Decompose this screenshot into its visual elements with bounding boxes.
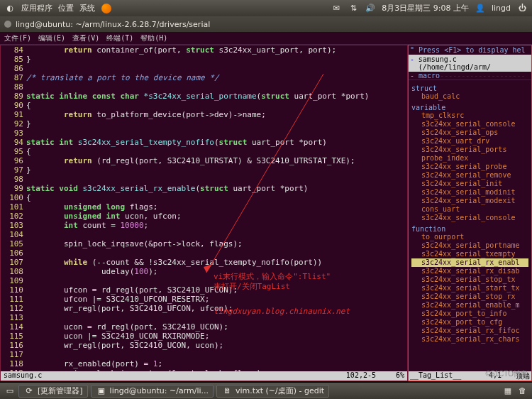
code-line[interactable]: 86 <box>1 64 407 73</box>
taglist-item[interactable]: s3c24xx_uart_drv <box>411 137 528 146</box>
vim-statusline-main: samsung.c 102,2-5 6% <box>1 371 407 381</box>
code-line[interactable]: 118 rx_enabled(port) = 1; <box>1 359 407 368</box>
code-line[interactable]: 104 <box>1 230 407 239</box>
menu-places[interactable]: 位置 <box>58 3 74 13</box>
code-line[interactable]: 100{ <box>1 193 407 202</box>
taglist-item[interactable]: cons_uart <box>411 205 528 214</box>
firefox-icon[interactable] <box>101 3 112 14</box>
taglist-item[interactable]: s3c24xx_serial_remove <box>411 171 528 180</box>
code-line[interactable]: 112 wr_regl(port, S3C2410_UFCON, ufcon); <box>1 304 407 313</box>
main-code-pane[interactable]: vi末行模式，输入命令":Tlist" 来打开/关闭TagList lingdx… <box>0 45 408 381</box>
code-line[interactable]: 114 ucon = rd_regl(port, S3C2410_UCON); <box>1 322 407 332</box>
taglist-item[interactable]: s3c24xx_port_to_cfg <box>411 318 528 327</box>
code-line[interactable]: 90{ <box>1 101 407 110</box>
taglist-item[interactable]: s3c24xx_serial_rx_enabl <box>411 258 528 267</box>
window-title: lingd@ubuntu: ~/arm/linux-2.6.28.7/drive… <box>16 20 210 29</box>
taglist-item[interactable]: tmp_clksrc <box>411 111 528 120</box>
taglist-section[interactable]: struct <box>411 84 528 92</box>
code-line[interactable]: 94static int s3c24xx_serial_txempty_nofi… <box>1 138 407 147</box>
shutdown-icon[interactable]: ⏻ <box>516 3 528 14</box>
code-line[interactable]: 116 wr_regl(port, S3C2410_UCON, ucon); <box>1 341 407 350</box>
menu-view[interactable]: 查看(V) <box>72 33 99 43</box>
code-line[interactable]: 113 <box>1 313 407 322</box>
menu-system[interactable]: 系统 <box>79 3 95 13</box>
code-line[interactable]: 105 spin_lock_irqsave(&port->lock, flags… <box>1 239 407 248</box>
mail-icon[interactable]: ✉ <box>331 3 342 14</box>
taglist-item[interactable]: s3c24xx_serial_modinit <box>411 188 528 197</box>
code-line[interactable]: 84 return container_of(port, struct s3c2… <box>1 45 407 55</box>
taglist-item[interactable]: s3c24xx_serial_enable_m <box>411 301 528 310</box>
taglist-item[interactable]: s3c24xx_serial_rx_chars <box>411 335 528 344</box>
menu-applications[interactable]: 应用程序 <box>21 3 52 13</box>
code-line[interactable]: 99static void s3c24xx_serial_rx_enable(s… <box>1 184 407 193</box>
taglist-item[interactable]: s3c24xx_serial_init <box>411 180 528 188</box>
menu-edit[interactable]: 编辑(E) <box>38 33 65 43</box>
taglist-item[interactable]: s3c24xx_serial_probe <box>411 163 528 171</box>
code-line[interactable]: 111 ufcon |= S3C2410_UFCON_RESETRX; <box>1 295 407 304</box>
window-titlebar[interactable]: lingd@ubuntu: ~/arm/linux-2.6.28.7/drive… <box>0 16 532 32</box>
menu-help[interactable]: 帮助(H) <box>140 33 167 43</box>
code-line[interactable]: 115 ucon |= S3C2410_UCON_RXIRQMODE; <box>1 332 407 341</box>
workspace-switcher[interactable]: ▦ <box>502 386 514 397</box>
user-icon: 👤 <box>475 3 486 14</box>
user-name[interactable]: lingd <box>492 4 511 13</box>
taglist-item[interactable]: s3c24xx_serial_modexit <box>411 197 528 205</box>
network-icon[interactable]: ⇅ <box>348 3 359 14</box>
taglist-item[interactable]: s3c24xx_serial_stop_rx <box>411 293 528 301</box>
taglist-item[interactable]: s3c24xx_serial_start_tx <box>411 284 528 293</box>
code-line[interactable]: 97} <box>1 165 407 175</box>
code-line[interactable]: 119 spin_unlock_irqrestore(&port->lock, … <box>1 368 407 371</box>
show-desktop-icon[interactable]: ▭ <box>4 386 16 397</box>
taglist-item[interactable]: s3c24xx_serial_ops <box>411 129 528 137</box>
taglist-item[interactable]: s3c24xx_serial_rx_fifoc <box>411 327 528 335</box>
ubuntu-logo-icon: ◐ <box>4 3 16 14</box>
code-line[interactable]: 110 ufcon = rd_regl(port, S3C2410_UFCON)… <box>1 285 407 295</box>
taglist-item[interactable]: s3c24xx_serial_portname <box>411 241 528 250</box>
code-line[interactable]: 87/* translate a port to the device name… <box>1 73 407 82</box>
taglist-item[interactable]: probe_index <box>411 154 528 163</box>
status-position: 102,2-5 <box>346 371 376 381</box>
code-line[interactable]: 89static inline const char *s3c24xx_seri… <box>1 92 407 101</box>
code-line[interactable]: 98 <box>1 175 407 184</box>
taglist-macro-fold[interactable]: - macro-------------------- <box>409 72 531 80</box>
code-line[interactable]: 107 while (--count && !s3c24xx_serial_tx… <box>1 258 407 267</box>
code-line[interactable]: 96 return (rd_regl(port, S3C2410_UTRSTAT… <box>1 156 407 165</box>
taglist-body[interactable]: structbaud_calc variabletmp_clksrcs3c24x… <box>409 80 531 371</box>
code-area[interactable]: vi末行模式，输入命令":Tlist" 来打开/关闭TagList lingdx… <box>1 45 407 371</box>
task-gedit[interactable]: 🗎vim.txt (~/桌面) - gedit <box>216 385 329 398</box>
taglist-help: " Press <F1> to display hel <box>409 45 531 55</box>
gnome-bottom-panel: ▭ ⟳[更新管理器] ▣lingd@ubuntu: ~/arm/li... 🗎v… <box>0 383 532 399</box>
taglist-item[interactable]: s3c24xx_serial_console <box>411 120 528 129</box>
taglist-section[interactable]: variable <box>411 104 528 111</box>
taglist-item[interactable]: to_ourport <box>411 233 528 241</box>
code-line[interactable]: 92} <box>1 119 407 129</box>
menu-terminal[interactable]: 终端(T) <box>106 33 133 43</box>
trash-icon[interactable]: 🗑 <box>516 386 528 397</box>
code-line[interactable]: 102 unsigned int ucon, ufcon; <box>1 212 407 221</box>
taglist-item[interactable]: s3c24xx_serial_console <box>411 214 528 222</box>
code-line[interactable]: 106 <box>1 248 407 258</box>
sound-icon[interactable]: 🔊 <box>365 3 376 14</box>
code-line[interactable]: 88 <box>1 82 407 92</box>
taglist-item[interactable]: s3c24xx_serial_txempty <box>411 250 528 258</box>
code-line[interactable]: 85} <box>1 55 407 64</box>
code-line[interactable]: 101 unsigned long flags; <box>1 202 407 212</box>
clock[interactable]: 8月3日星期三 9:08 上午 <box>382 3 469 13</box>
menu-file[interactable]: 文件(F) <box>4 33 31 43</box>
code-line[interactable]: 103 int count = 10000; <box>1 221 407 230</box>
taglist-item[interactable]: s3c24xx_serial_rx_disab <box>411 267 528 275</box>
taglist-item[interactable]: s3c24xx_serial_stop_tx <box>411 275 528 284</box>
taglist-item[interactable]: s3c24xx_port_to_info <box>411 310 528 318</box>
code-line[interactable]: 91 return to_platform_device(port->dev)-… <box>1 110 407 119</box>
code-line[interactable]: 117 <box>1 350 407 359</box>
taglist-pane[interactable]: " Press <F1> to display hel - samsung.c … <box>408 45 532 381</box>
code-line[interactable]: 108 udelay(100); <box>1 267 407 276</box>
taglist-item[interactable]: baud_calc <box>411 92 528 101</box>
code-line[interactable]: 95{ <box>1 147 407 156</box>
task-terminal[interactable]: ▣lingd@ubuntu: ~/arm/li... <box>91 385 214 398</box>
code-line[interactable]: 109 <box>1 276 407 285</box>
taglist-item[interactable]: s3c24xx_serial_ports <box>411 146 528 154</box>
taglist-section[interactable]: function <box>411 225 528 233</box>
code-line[interactable]: 93 <box>1 129 407 138</box>
task-update-manager[interactable]: ⟳[更新管理器] <box>18 385 88 398</box>
